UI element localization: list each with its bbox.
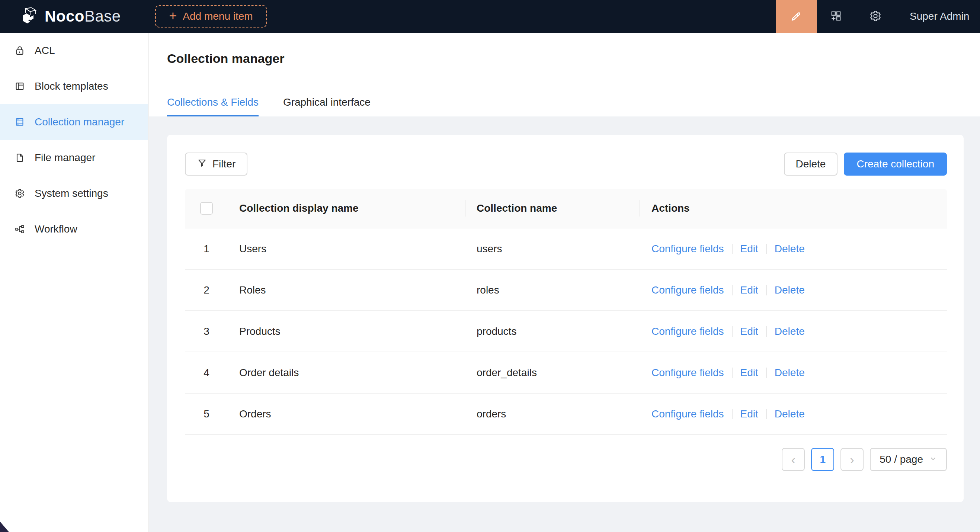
chevron-down-icon	[929, 454, 937, 465]
edit-link[interactable]: Edit	[740, 367, 758, 379]
column-header-actions: Actions	[640, 189, 947, 228]
page-header: Collection manager Collections & FieldsG…	[149, 33, 980, 116]
configure-fields-link[interactable]: Configure fields	[651, 243, 724, 255]
edit-link[interactable]: Edit	[740, 326, 758, 337]
table-header: Collection display name Collection name …	[185, 189, 947, 229]
filter-button-label: Filter	[212, 158, 235, 170]
page-size-value: 50 / page	[880, 454, 923, 465]
gear-icon	[869, 9, 882, 24]
sidebar-menu: ACL Block templates Collection manager F…	[0, 33, 148, 247]
delete-link[interactable]: Delete	[775, 408, 805, 420]
next-page-button[interactable]: ›	[840, 448, 864, 471]
delete-button-label: Delete	[796, 158, 826, 170]
layout-icon	[14, 81, 25, 92]
sidebar-item-collection-manager[interactable]: Collection manager	[0, 104, 148, 140]
sidebar: ACL Block templates Collection manager F…	[0, 33, 149, 532]
cell-actions: Configure fieldsEditDelete	[640, 326, 947, 337]
plus-icon: +	[169, 9, 177, 23]
collections-card: Filter Delete Create collection Coll	[167, 135, 964, 502]
delete-link[interactable]: Delete	[775, 326, 805, 337]
cell-actions: Configure fieldsEditDelete	[640, 367, 947, 379]
gear-icon	[14, 188, 25, 199]
configure-fields-link[interactable]: Configure fields	[651, 367, 724, 379]
highlighter-icon	[789, 9, 803, 24]
edit-link[interactable]: Edit	[740, 284, 758, 296]
cell-display-name: Orders	[228, 408, 465, 420]
row-index: 5	[185, 408, 228, 420]
sidebar-item-label: Workflow	[35, 223, 77, 235]
pagination: ‹ 1 › 50 / page	[185, 448, 947, 471]
cell-display-name: Roles	[228, 284, 465, 296]
action-divider	[766, 244, 767, 254]
logo-text-bold: Noco	[45, 8, 84, 25]
cell-collection-name: products	[465, 326, 640, 337]
configure-fields-link[interactable]: Configure fields	[651, 284, 724, 296]
table-row: 3 Products products Configure fieldsEdit…	[185, 311, 947, 352]
cell-collection-name: orders	[465, 408, 640, 420]
row-index: 3	[185, 326, 228, 337]
action-divider	[766, 326, 767, 337]
header-checkbox-cell	[185, 189, 228, 228]
collection-icon	[14, 116, 25, 128]
table-row: 1 Users users Configure fieldsEditDelete	[185, 229, 947, 270]
top-navbar: NocoBase + Add menu item	[0, 0, 980, 33]
table-row: 2 Roles roles Configure fieldsEditDelete	[185, 270, 947, 311]
action-divider	[732, 409, 733, 419]
sidebar-item-block-templates[interactable]: Block templates	[0, 68, 148, 104]
sidebar-item-label: System settings	[35, 187, 108, 199]
edit-link[interactable]: Edit	[740, 243, 758, 255]
page-1-button[interactable]: 1	[811, 448, 834, 471]
page-title: Collection manager	[167, 51, 285, 66]
sidebar-item-acl[interactable]: ACL	[0, 33, 148, 68]
tab-graphical-interface[interactable]: Graphical interface	[283, 96, 371, 116]
cell-display-name: Order details	[228, 367, 465, 379]
column-header-display-name: Collection display name	[228, 189, 465, 228]
add-menu-item-button[interactable]: + Add menu item	[155, 5, 267, 27]
tab-collections-fields[interactable]: Collections & Fields	[167, 96, 259, 116]
action-divider	[732, 244, 733, 254]
table-body: 1 Users users Configure fieldsEditDelete…	[185, 229, 947, 435]
cell-display-name: Products	[228, 326, 465, 337]
lock-icon	[14, 45, 25, 56]
settings-button[interactable]	[855, 0, 896, 33]
create-collection-label: Create collection	[856, 158, 934, 170]
delete-button[interactable]: Delete	[784, 152, 838, 176]
cell-display-name: Users	[228, 243, 465, 255]
action-divider	[732, 285, 733, 295]
file-icon	[14, 152, 25, 163]
user-menu[interactable]: Super Admin	[910, 0, 969, 33]
sidebar-item-workflow[interactable]: Workflow	[0, 211, 148, 247]
tabs-bar: Collections & FieldsGraphical interface	[167, 96, 371, 116]
delete-link[interactable]: Delete	[775, 284, 805, 296]
plugin-manager-icon	[830, 10, 842, 24]
logo-text-light: Base	[84, 8, 121, 25]
action-divider	[766, 409, 767, 419]
toolbar-right: Delete Create collection	[784, 152, 947, 176]
cell-collection-name: order_details	[465, 367, 640, 379]
toolbar: Filter Delete Create collection	[185, 152, 947, 176]
collections-table: Collection display name Collection name …	[185, 189, 947, 435]
action-divider	[766, 368, 767, 378]
logo-text: NocoBase	[45, 8, 121, 25]
delete-link[interactable]: Delete	[775, 367, 805, 379]
plugin-manager-button[interactable]	[817, 0, 855, 33]
sidebar-item-system-settings[interactable]: System settings	[0, 176, 148, 211]
configure-fields-link[interactable]: Configure fields	[651, 326, 724, 337]
sidebar-item-label: Collection manager	[35, 116, 124, 128]
nocobase-logo-icon	[21, 8, 39, 25]
table-row: 4 Order details order_details Configure …	[185, 352, 947, 394]
ui-editor-button[interactable]	[776, 0, 817, 33]
sidebar-item-file-manager[interactable]: File manager	[0, 140, 148, 176]
configure-fields-link[interactable]: Configure fields	[651, 408, 724, 420]
create-collection-button[interactable]: Create collection	[844, 152, 947, 176]
filter-button[interactable]: Filter	[185, 152, 247, 176]
action-divider	[732, 326, 733, 337]
sidebar-item-label: ACL	[35, 44, 55, 57]
select-all-checkbox[interactable]	[200, 202, 213, 214]
edit-link[interactable]: Edit	[740, 408, 758, 420]
filter-icon	[197, 158, 207, 171]
delete-link[interactable]: Delete	[775, 243, 805, 255]
prev-page-button[interactable]: ‹	[782, 448, 805, 471]
page-size-select[interactable]: 50 / page	[870, 448, 947, 471]
column-header-collection-name: Collection name	[465, 189, 640, 228]
